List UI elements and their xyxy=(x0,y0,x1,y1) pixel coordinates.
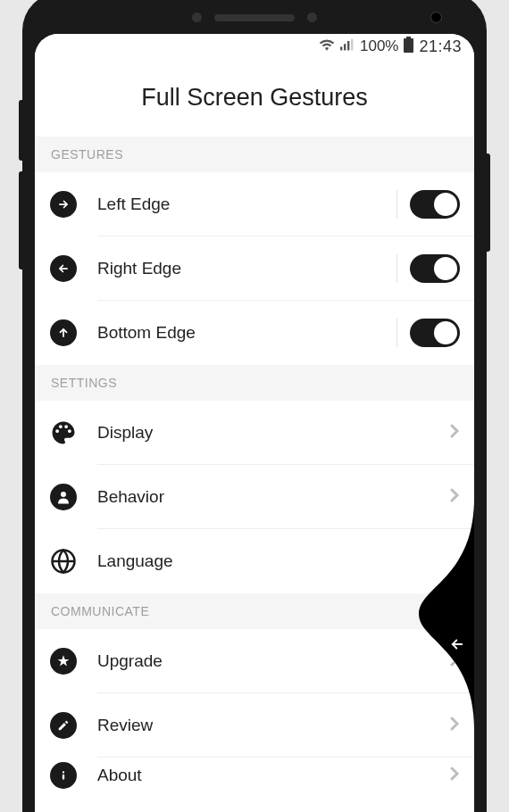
row-about[interactable]: About xyxy=(35,758,474,793)
sensor-dot xyxy=(192,12,202,22)
arrow-up-icon xyxy=(50,319,77,346)
svg-rect-4 xyxy=(406,37,411,38)
bottom-edge-toggle[interactable] xyxy=(410,319,460,347)
divider xyxy=(396,319,397,347)
svg-rect-0 xyxy=(340,46,342,50)
row-label: Language xyxy=(97,551,460,571)
svg-rect-3 xyxy=(351,39,353,51)
wifi-icon xyxy=(319,37,335,55)
person-icon xyxy=(50,484,77,510)
row-review[interactable]: Review xyxy=(35,693,474,758)
svg-rect-1 xyxy=(344,44,346,50)
status-bar: 100% 21:43 xyxy=(35,34,474,59)
right-edge-toggle[interactable] xyxy=(410,254,460,283)
left-edge-toggle[interactable] xyxy=(410,190,460,219)
section-header-gestures: GESTURES xyxy=(35,137,474,172)
arrow-left-icon xyxy=(449,636,465,652)
svg-point-8 xyxy=(63,771,64,773)
row-label: Right Edge xyxy=(97,259,396,278)
edge-gesture-handle[interactable] xyxy=(410,498,474,730)
row-label: Bottom Edge xyxy=(97,323,396,343)
page-title: Full Screen Gestures xyxy=(35,59,474,137)
divider xyxy=(396,190,397,219)
chevron-right-icon xyxy=(449,766,460,785)
svg-rect-2 xyxy=(347,41,349,50)
section-header-communicate: COMMUNICATE xyxy=(35,593,474,629)
chevron-right-icon xyxy=(449,423,460,443)
globe-icon xyxy=(47,545,79,577)
palette-icon xyxy=(47,417,79,449)
earpiece xyxy=(214,14,295,21)
info-icon xyxy=(50,762,77,789)
screen: 100% 21:43 Full Screen Gestures GESTURES… xyxy=(35,34,474,812)
arrow-left-icon xyxy=(50,255,77,282)
row-upgrade[interactable]: Upgrade xyxy=(35,629,474,693)
row-display[interactable]: Display xyxy=(35,401,474,465)
row-label: Review xyxy=(97,716,449,735)
volume-up-button[interactable] xyxy=(19,100,22,161)
svg-point-6 xyxy=(61,492,66,497)
row-label: Left Edge xyxy=(97,195,396,214)
clock: 21:43 xyxy=(419,37,462,56)
divider xyxy=(396,254,397,283)
row-language[interactable]: Language xyxy=(35,529,474,593)
svg-rect-5 xyxy=(404,38,413,53)
power-button[interactable] xyxy=(487,153,490,252)
signal-icon xyxy=(340,37,355,55)
volume-down-button[interactable] xyxy=(19,171,22,269)
row-label: Display xyxy=(97,423,449,443)
row-behavior[interactable]: Behavior xyxy=(35,465,474,529)
arrow-right-icon xyxy=(50,191,77,218)
sensor-dot xyxy=(307,12,317,22)
edit-icon xyxy=(50,712,77,739)
row-right-edge[interactable]: Right Edge xyxy=(35,236,474,301)
row-bottom-edge[interactable]: Bottom Edge xyxy=(35,301,474,365)
row-label: Upgrade xyxy=(97,651,449,671)
star-icon xyxy=(50,648,77,675)
front-camera xyxy=(430,12,442,23)
svg-rect-9 xyxy=(63,775,64,780)
phone-frame: 100% 21:43 Full Screen Gestures GESTURES… xyxy=(22,0,487,812)
battery-percentage: 100% xyxy=(360,37,398,55)
row-label: About xyxy=(97,766,449,785)
section-header-settings: SETTINGS xyxy=(35,365,474,401)
row-left-edge[interactable]: Left Edge xyxy=(35,172,474,236)
row-label: Behavior xyxy=(97,487,449,507)
battery-icon xyxy=(404,37,413,57)
